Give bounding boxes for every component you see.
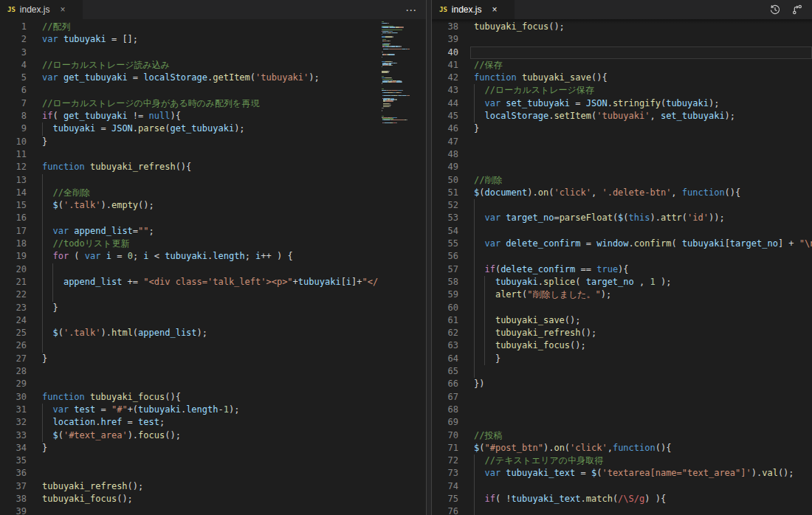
- code-line[interactable]: 47: [432, 136, 812, 148]
- code-line[interactable]: 68: [432, 404, 812, 416]
- code-line[interactable]: 11: [0, 148, 379, 161]
- code-line[interactable]: 10}: [0, 136, 379, 148]
- code-editor-left[interactable]: 1//配列2var tubuyaki = [];34//ローカルストレージ読み込…: [0, 19, 426, 515]
- code-line[interactable]: 30function tubuyaki_focus(){: [0, 391, 379, 404]
- line-number: 21: [0, 276, 27, 288]
- code-line[interactable]: 16: [0, 212, 379, 224]
- code-line[interactable]: 37tubuyaki_refresh();: [0, 480, 379, 493]
- code-line[interactable]: 5var get_tubuyaki = localStorage.getItem…: [0, 72, 379, 84]
- code-line[interactable]: 2var tubuyaki = [];: [0, 33, 379, 46]
- line-number: 9: [0, 122, 27, 135]
- code-line[interactable]: 32 location.href = test;: [0, 416, 379, 429]
- code-line[interactable]: 13: [0, 174, 379, 187]
- code-line[interactable]: 33 $('#text_area').focus();: [0, 429, 379, 442]
- code-line[interactable]: 44 var set_tubuyaki = JSON.stringify(tub…: [432, 97, 812, 110]
- tab-index-js-left[interactable]: JS index.js ×: [0, 0, 83, 19]
- code-line[interactable]: 38tubuyaki_focus();: [432, 21, 812, 33]
- code-line[interactable]: 25 $('.talk').html(append_list);: [0, 327, 379, 339]
- code-line[interactable]: 1//配列: [0, 21, 379, 33]
- minimap-line: [382, 122, 397, 123]
- code-line[interactable]: 70//投稿: [432, 429, 812, 442]
- code-line[interactable]: 74: [432, 480, 812, 493]
- code-line[interactable]: 12function tubuyaki_refresh(){: [0, 161, 379, 173]
- code-line[interactable]: 15 $('.talk').empty();: [0, 199, 379, 212]
- line-number: 11: [0, 148, 27, 161]
- code-line[interactable]: 46}: [432, 122, 812, 135]
- code-line[interactable]: 49: [432, 161, 812, 173]
- code-line[interactable]: 59 alert("削除しました。");: [432, 288, 812, 301]
- code-line[interactable]: 27}: [0, 353, 379, 365]
- code-line[interactable]: 19 for ( var i = 0; i < tubuyaki.length;…: [0, 250, 379, 263]
- code-line[interactable]: 42function tubuyaki_save(){: [432, 72, 812, 84]
- code-line[interactable]: 35: [0, 454, 379, 467]
- tab-index-js-right[interactable]: JS index.js ×: [432, 0, 515, 19]
- code-line[interactable]: 71$("#post_btn").on('click',function(){: [432, 442, 812, 454]
- code-line[interactable]: 69: [432, 416, 812, 429]
- code-line[interactable]: 61 tubuyaki_save();: [432, 314, 812, 327]
- indent-guide: [474, 263, 475, 276]
- code-line[interactable]: 48: [432, 148, 812, 161]
- code-line[interactable]: 76: [432, 505, 812, 515]
- code-line[interactable]: 54: [432, 225, 812, 238]
- code-line[interactable]: 56: [432, 250, 812, 263]
- code-line[interactable]: 38tubuyaki_focus();: [0, 493, 379, 505]
- code-line[interactable]: 57 if(delete_confirm == true){: [432, 263, 812, 276]
- line-number: 41: [432, 59, 458, 72]
- indent-guide: [42, 199, 43, 212]
- code-line[interactable]: 20: [0, 263, 379, 276]
- code-line[interactable]: 40: [432, 46, 812, 59]
- code-line[interactable]: 65: [432, 365, 812, 378]
- code-line[interactable]: 64 }: [432, 353, 812, 365]
- line-number: 73: [432, 467, 458, 480]
- code-line[interactable]: 7//ローカルストレージの中身がある時のみ配列を再現: [0, 97, 379, 110]
- code-line[interactable]: 24: [0, 314, 379, 327]
- code-line[interactable]: 21 append_list += "<div class='talk_left…: [0, 276, 379, 288]
- more-actions-icon[interactable]: ⋯: [405, 4, 417, 15]
- code-line[interactable]: 72 //テキストエリアの中身取得: [432, 454, 812, 467]
- code-line[interactable]: 55 var delete_confirm = window.confirm( …: [432, 238, 812, 250]
- code-line[interactable]: 39: [0, 505, 379, 515]
- timeline-history-icon[interactable]: [769, 4, 781, 15]
- code-line[interactable]: 31 var test = "#"+(tubuyaki.length-1);: [0, 404, 379, 416]
- code-line[interactable]: 8if( get_tubuyaki != null){: [0, 110, 379, 122]
- line-number: 75: [432, 493, 458, 505]
- code-line[interactable]: 66}): [432, 378, 812, 390]
- code-line[interactable]: 63 tubuyaki_focus();: [432, 339, 812, 352]
- minimap[interactable]: [379, 19, 426, 515]
- code-line[interactable]: 22: [0, 288, 379, 301]
- code-line[interactable]: 3: [0, 46, 379, 59]
- code-line[interactable]: 75 if( !tubuyaki_text.match(/\S/g) ){: [432, 493, 812, 505]
- code-line[interactable]: 43 //ローカルストレージ保存: [432, 84, 812, 97]
- code-line[interactable]: 18 //todoリスト更新: [0, 238, 379, 250]
- code-line[interactable]: 39: [432, 33, 812, 46]
- code-line[interactable]: 41//保存: [432, 59, 812, 72]
- code-line[interactable]: 36: [0, 467, 379, 480]
- code-line[interactable]: 17 var append_list="";: [0, 225, 379, 238]
- code-line[interactable]: 45 localStorage.setItem('tubuyaki', set_…: [432, 110, 812, 122]
- code-line[interactable]: 6: [0, 84, 379, 97]
- code-line[interactable]: 60: [432, 302, 812, 314]
- code-line[interactable]: 50//削除: [432, 174, 812, 187]
- indent-guide: [474, 212, 475, 224]
- close-tab-icon[interactable]: ×: [61, 5, 66, 14]
- vscode-window: JS index.js × ⋯ 1//配列2var tubuyaki = [];…: [0, 0, 812, 515]
- code-line[interactable]: 26: [0, 339, 379, 352]
- code-line[interactable]: 51$(document).on('click', '.delete-btn',…: [432, 187, 812, 199]
- code-line[interactable]: 34}: [0, 442, 379, 454]
- code-line[interactable]: 23 }: [0, 302, 379, 314]
- indent-guide: [484, 314, 485, 327]
- code-line[interactable]: 28: [0, 365, 379, 378]
- compare-changes-icon[interactable]: [791, 4, 803, 15]
- code-line[interactable]: 52: [432, 199, 812, 212]
- code-line[interactable]: 9 tubuyaki = JSON.parse(get_tubuyaki);: [0, 122, 379, 135]
- code-line[interactable]: 53 var target_no=parseFloat($(this).attr…: [432, 212, 812, 224]
- code-editor-right[interactable]: 38tubuyaki_focus();394041//保存42function …: [432, 19, 812, 515]
- code-line[interactable]: 62 tubuyaki_refresh();: [432, 327, 812, 339]
- code-line[interactable]: 4//ローカルストレージ読み込み: [0, 59, 379, 72]
- close-tab-icon[interactable]: ×: [492, 5, 498, 14]
- code-line[interactable]: 67: [432, 391, 812, 404]
- code-line[interactable]: 29: [0, 378, 379, 390]
- code-line[interactable]: 73 var tubuyaki_text = $('textarea[name=…: [432, 467, 812, 480]
- code-line[interactable]: 58 tubuyaki.splice( target_no , 1 );: [432, 276, 812, 288]
- code-line[interactable]: 14 //全削除: [0, 187, 379, 199]
